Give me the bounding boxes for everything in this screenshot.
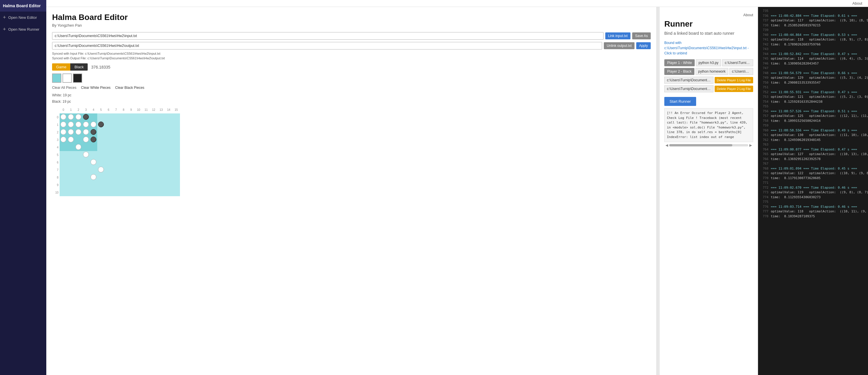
- cell-2-15[interactable]: [173, 128, 180, 136]
- cell-10-2[interactable]: [75, 189, 82, 196]
- cell-8-1[interactable]: [67, 174, 75, 181]
- cell-1-8[interactable]: [120, 121, 127, 128]
- cell-3-0[interactable]: [60, 136, 67, 144]
- cell-2-9[interactable]: [127, 128, 135, 136]
- cell-2-2[interactable]: [75, 128, 82, 136]
- cell-5-6[interactable]: [105, 151, 112, 159]
- cell-7-5[interactable]: [97, 166, 105, 174]
- cell-3-4[interactable]: [90, 136, 97, 144]
- cell-7-9[interactable]: [127, 166, 135, 174]
- player1-label[interactable]: Player 1 - White: [664, 59, 695, 66]
- cell-3-12[interactable]: [150, 136, 157, 144]
- cell-6-15[interactable]: [173, 159, 180, 166]
- cell-2-13[interactable]: [157, 128, 165, 136]
- cell-0-9[interactable]: [127, 114, 135, 121]
- cell-5-5[interactable]: [97, 151, 105, 159]
- cell-9-5[interactable]: [97, 181, 105, 189]
- cell-6-12[interactable]: [150, 159, 157, 166]
- cell-2-0[interactable]: [60, 128, 67, 136]
- cell-8-0[interactable]: [60, 174, 67, 181]
- cell-0-10[interactable]: [135, 114, 142, 121]
- cell-4-8[interactable]: [120, 144, 127, 151]
- cell-7-2[interactable]: [75, 166, 82, 174]
- cell-9-10[interactable]: [135, 181, 142, 189]
- cell-8-7[interactable]: [112, 174, 120, 181]
- cell-3-7[interactable]: [112, 136, 120, 144]
- cell-3-15[interactable]: [173, 136, 180, 144]
- cell-8-14[interactable]: [165, 174, 173, 181]
- cell-9-6[interactable]: [105, 181, 112, 189]
- scroll-right-arrow[interactable]: ▶: [748, 143, 753, 147]
- clear-all-button[interactable]: Clear All Pieces: [52, 86, 76, 90]
- cell-6-11[interactable]: [142, 159, 150, 166]
- cell-10-11[interactable]: [142, 189, 150, 196]
- cell-10-4[interactable]: [90, 189, 97, 196]
- cell-6-10[interactable]: [135, 159, 142, 166]
- unlink-output-button[interactable]: Unlink output.txt: [604, 42, 634, 49]
- cell-4-7[interactable]: [112, 144, 120, 151]
- cell-10-10[interactable]: [135, 189, 142, 196]
- cell-8-5[interactable]: [97, 174, 105, 181]
- scroll-track[interactable]: [669, 144, 748, 147]
- cell-5-7[interactable]: [112, 151, 120, 159]
- cell-8-11[interactable]: [142, 174, 150, 181]
- delete-log1-button[interactable]: Delete Player 1 Log File: [715, 77, 753, 83]
- about-link-runner[interactable]: About: [743, 13, 753, 17]
- bound-info[interactable]: Bound with c:\Users\Turnip\Documents\CS5…: [664, 40, 753, 56]
- cell-5-12[interactable]: [150, 151, 157, 159]
- cell-5-3[interactable]: [82, 151, 90, 159]
- cell-4-5[interactable]: [97, 144, 105, 151]
- swatch-teal[interactable]: [52, 73, 61, 83]
- cell-3-13[interactable]: [157, 136, 165, 144]
- cell-4-15[interactable]: [173, 144, 180, 151]
- cell-4-3[interactable]: [82, 144, 90, 151]
- cell-1-12[interactable]: [150, 121, 157, 128]
- cell-7-0[interactable]: [60, 166, 67, 174]
- cell-2-14[interactable]: [165, 128, 173, 136]
- cell-7-7[interactable]: [112, 166, 120, 174]
- cell-2-10[interactable]: [135, 128, 142, 136]
- scroll-left-arrow[interactable]: ◀: [664, 143, 669, 147]
- cell-7-6[interactable]: [105, 166, 112, 174]
- tab-black[interactable]: Black: [70, 63, 88, 71]
- cell-1-3[interactable]: [82, 121, 90, 128]
- player2-label[interactable]: Player 2 - Black: [664, 68, 694, 75]
- cell-1-15[interactable]: [173, 121, 180, 128]
- cell-9-0[interactable]: [60, 181, 67, 189]
- cell-6-3[interactable]: [82, 159, 90, 166]
- cell-6-2[interactable]: [75, 159, 82, 166]
- cell-3-2[interactable]: [75, 136, 82, 144]
- cell-5-8[interactable]: [120, 151, 127, 159]
- cell-9-15[interactable]: [173, 181, 180, 189]
- cell-5-1[interactable]: [67, 151, 75, 159]
- cell-10-12[interactable]: [150, 189, 157, 196]
- cell-0-7[interactable]: [112, 114, 120, 121]
- cell-8-10[interactable]: [135, 174, 142, 181]
- cell-1-5[interactable]: [97, 121, 105, 128]
- cell-6-0[interactable]: [60, 159, 67, 166]
- cell-5-15[interactable]: [173, 151, 180, 159]
- cell-0-13[interactable]: [157, 114, 165, 121]
- cell-2-1[interactable]: [67, 128, 75, 136]
- cell-10-3[interactable]: [82, 189, 90, 196]
- cell-1-6[interactable]: [105, 121, 112, 128]
- cell-3-1[interactable]: [67, 136, 75, 144]
- cell-7-8[interactable]: [120, 166, 127, 174]
- cell-4-2[interactable]: [75, 144, 82, 151]
- cell-8-15[interactable]: [173, 174, 180, 181]
- cell-2-3[interactable]: [82, 128, 90, 136]
- cell-0-3[interactable]: [82, 114, 90, 121]
- cell-7-11[interactable]: [142, 166, 150, 174]
- cell-0-2[interactable]: [75, 114, 82, 121]
- cell-10-13[interactable]: [157, 189, 165, 196]
- clear-black-button[interactable]: Clear Black Pieces: [115, 86, 144, 90]
- cell-9-9[interactable]: [127, 181, 135, 189]
- cell-3-5[interactable]: [97, 136, 105, 144]
- cell-4-4[interactable]: [90, 144, 97, 151]
- cell-5-4[interactable]: [90, 151, 97, 159]
- output-file-input[interactable]: [52, 42, 602, 50]
- cell-6-7[interactable]: [112, 159, 120, 166]
- cell-8-8[interactable]: [120, 174, 127, 181]
- cell-1-13[interactable]: [157, 121, 165, 128]
- cell-4-0[interactable]: [60, 144, 67, 151]
